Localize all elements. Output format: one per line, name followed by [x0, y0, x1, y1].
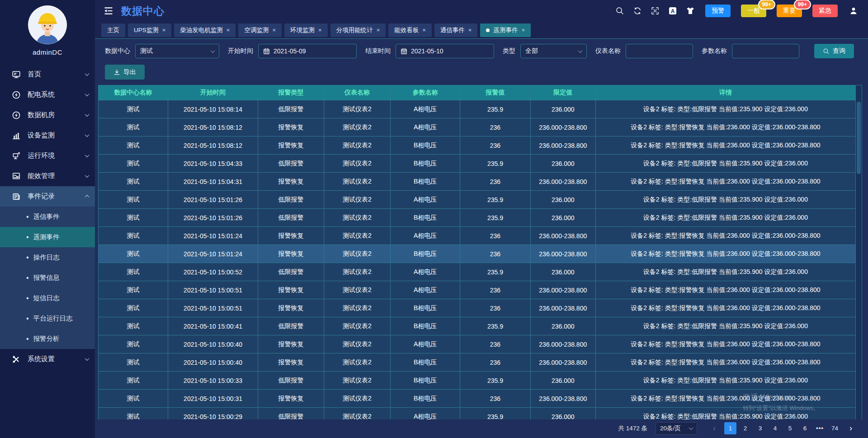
meter-name-input[interactable]: [631, 47, 688, 55]
tab-6[interactable]: 能效看板×: [388, 24, 432, 37]
sidebar-item-0[interactable]: 首页: [0, 64, 95, 85]
table-scrollbar[interactable]: [855, 85, 862, 419]
table-cell: 低限报警: [258, 372, 324, 390]
page-button-3[interactable]: 3: [754, 422, 766, 434]
next-page-button[interactable]: ›: [845, 424, 856, 433]
alarm-badge[interactable]: 一般99+: [741, 5, 766, 17]
refresh-icon[interactable]: [633, 6, 642, 15]
page-button-74[interactable]: 74: [829, 422, 841, 434]
sidebar-item-3[interactable]: 设备监测: [0, 125, 95, 146]
table-row[interactable]: 测试2021-05-10 15:00:31报警恢复测试仪表2B相电压236236…: [99, 390, 855, 408]
sidebar-item-7[interactable]: 系统设置: [0, 349, 95, 369]
table-cell: 236.000: [531, 191, 596, 209]
export-button[interactable]: 导出: [105, 65, 145, 80]
table-row[interactable]: 测试2021-05-10 15:00:33低限报警测试仪表2B相电压235.92…: [99, 372, 855, 390]
table-row[interactable]: 测试2021-05-10 15:08:14低限报警测试仪表2A相电压235.92…: [99, 100, 855, 118]
table-row[interactable]: 测试2021-05-10 15:01:24报警恢复测试仪表2B相电压236236…: [99, 245, 855, 263]
page-button-5[interactable]: 5: [784, 422, 796, 434]
alarm-badge[interactable]: 紧急: [812, 5, 838, 17]
submenu-item-label: 短信日志: [33, 294, 60, 302]
scrollbar-thumb[interactable]: [857, 102, 861, 174]
translate-icon[interactable]: A: [668, 6, 677, 15]
sidebar-item-1[interactable]: 配电系统: [0, 85, 95, 105]
submenu-item[interactable]: •报警分析: [0, 329, 95, 349]
tab-7[interactable]: 通信事件×: [434, 24, 478, 37]
page-button-6[interactable]: 6: [799, 422, 811, 434]
theme-icon[interactable]: [686, 6, 695, 15]
meter-name-label: 仪表名称: [595, 47, 621, 55]
alarm-badge[interactable]: 重要99+: [777, 5, 802, 17]
fullscreen-icon[interactable]: [651, 6, 660, 15]
type-select[interactable]: 全部: [520, 44, 587, 58]
page-button-1[interactable]: 1: [724, 422, 736, 434]
sidebar-item-5[interactable]: 能效管理: [0, 166, 95, 186]
submenu-item[interactable]: •遥信事件: [0, 207, 95, 227]
page-size-select[interactable]: 20条/页: [656, 422, 697, 435]
prev-page-button[interactable]: ‹: [709, 424, 720, 433]
pagination-ellipsis[interactable]: •••: [814, 422, 826, 434]
end-date-input[interactable]: 2021-05-10: [396, 44, 494, 58]
table-row[interactable]: 测试2021-05-10 15:01:24报警恢复测试仪表2A相电压236236…: [99, 227, 855, 245]
datacenter-select[interactable]: 测试: [135, 44, 219, 58]
tab-8[interactable]: 遥测事件×: [480, 24, 531, 37]
alarm-badge[interactable]: 预警: [705, 5, 731, 17]
badge-label: 重要: [783, 7, 796, 15]
tab-0[interactable]: 主页: [101, 24, 125, 37]
table-cell: 测试仪表2: [324, 390, 391, 408]
close-icon[interactable]: ×: [377, 27, 380, 33]
tab-1[interactable]: UPS监测×: [128, 24, 171, 37]
tab-3[interactable]: 空调监测×: [238, 24, 282, 37]
tab-5[interactable]: 分项用能统计×: [330, 24, 386, 37]
param-name-input[interactable]: [737, 47, 794, 55]
column-header: 数据中心名称: [99, 85, 168, 100]
search-button[interactable]: 查询: [814, 44, 854, 58]
table-cell: 报警恢复: [258, 335, 324, 353]
table-row[interactable]: 测试2021-05-10 15:04:31报警恢复测试仪表2B相电压236236…: [99, 173, 855, 191]
search-icon[interactable]: [615, 6, 624, 15]
submenu-item[interactable]: •短信日志: [0, 288, 95, 308]
close-icon[interactable]: ×: [422, 27, 426, 33]
submenu-item[interactable]: •遥测事件: [0, 227, 95, 247]
table-row[interactable]: 测试2021-05-10 15:00:52低限报警测试仪表2A相电压235.92…: [99, 263, 855, 281]
submenu-item[interactable]: •操作日志: [0, 247, 95, 268]
table-row[interactable]: 测试2021-05-10 15:00:51报警恢复测试仪表2B相电压236236…: [99, 299, 855, 317]
close-icon[interactable]: ×: [468, 27, 472, 33]
table-cell: 2021-05-10 15:01:24: [168, 245, 258, 263]
submenu-item[interactable]: •平台运行日志: [0, 308, 95, 329]
close-icon[interactable]: ×: [162, 27, 166, 33]
table-cell: 设备2 标签: 类型:报警恢复 当前值:236.000 设定值:236.000-…: [596, 173, 855, 191]
table-row[interactable]: 测试2021-05-10 15:00:29低限报警测试仪表2A相电压235.92…: [99, 408, 855, 419]
close-icon[interactable]: ×: [521, 27, 525, 33]
table-row[interactable]: 测试2021-05-10 15:00:40报警恢复测试仪表2A相电压236236…: [99, 335, 855, 353]
tab-label: 空调监测: [244, 26, 269, 34]
page-button-2[interactable]: 2: [739, 422, 751, 434]
table-row[interactable]: 测试2021-05-10 15:00:51报警恢复测试仪表2A相电压236236…: [99, 281, 855, 299]
sidebar-item-4[interactable]: 运行环境: [0, 146, 95, 166]
start-date-input[interactable]: 2021-05-09: [258, 44, 357, 58]
avatar[interactable]: [28, 5, 67, 44]
tab-2[interactable]: 柴油发电机监测×: [174, 24, 236, 37]
close-icon[interactable]: ×: [318, 27, 322, 33]
table-row[interactable]: 测试2021-05-10 15:00:41低限报警测试仪表2B相电压235.92…: [99, 317, 855, 335]
table-row[interactable]: 测试2021-05-10 15:00:40报警恢复测试仪表2B相电压236236…: [99, 353, 855, 372]
close-icon[interactable]: ×: [272, 27, 276, 33]
table-row[interactable]: 测试2021-05-10 15:04:33低限报警测试仪表2B相电压235.92…: [99, 155, 855, 173]
table-row[interactable]: 测试2021-05-10 15:01:26低限报警测试仪表2B相电压235.92…: [99, 209, 855, 227]
table-cell: A相电压: [391, 335, 460, 353]
sidebar-item-6[interactable]: 事件记录: [0, 186, 95, 207]
user-icon[interactable]: [849, 6, 858, 15]
table-row[interactable]: 测试2021-05-10 15:08:12报警恢复测试仪表2A相电压236236…: [99, 118, 855, 137]
sidebar-item-2[interactable]: 数据机房: [0, 105, 95, 125]
page-button-4[interactable]: 4: [769, 422, 781, 434]
menu-collapse-icon[interactable]: [103, 5, 114, 16]
table-cell: 236: [460, 173, 531, 191]
close-icon[interactable]: ×: [226, 27, 230, 33]
tab-4[interactable]: 环境监测×: [284, 24, 328, 37]
table-row[interactable]: 测试2021-05-10 15:01:26低限报警测试仪表2A相电压235.92…: [99, 191, 855, 209]
table-cell: 235.9: [460, 372, 531, 390]
table-row[interactable]: 测试2021-05-10 15:08:12报警恢复测试仪表2B相电压236236…: [99, 137, 855, 155]
submenu-item[interactable]: •报警信息: [0, 268, 95, 288]
chevron-down-icon: [85, 112, 90, 117]
sidebar-item-label: 事件记录: [28, 192, 85, 201]
table-cell: 2021-05-10 15:00:41: [168, 317, 258, 335]
